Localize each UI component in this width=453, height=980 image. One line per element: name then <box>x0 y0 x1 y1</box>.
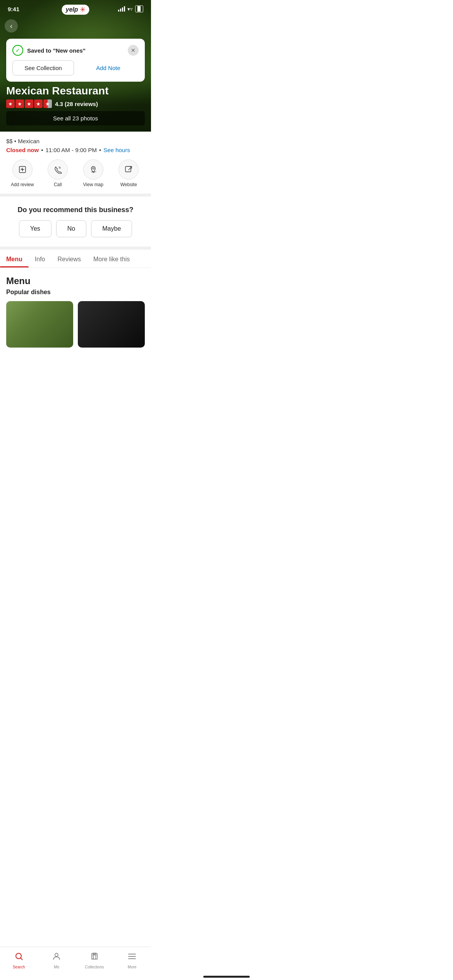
popular-dishes-title: Popular dishes <box>6 289 145 296</box>
dishes-row <box>6 301 145 348</box>
hours-separator: • <box>41 147 43 153</box>
signal-icon <box>118 6 125 12</box>
see-photos-button[interactable]: See all 23 photos <box>6 111 145 125</box>
star-4: ★ <box>34 99 43 108</box>
restaurant-name: Mexican Restaurant <box>6 85 145 97</box>
svg-rect-2 <box>125 166 131 172</box>
star-3: ★ <box>25 99 33 108</box>
toast-header: ✓ Saved to "New ones" ✕ <box>12 45 139 56</box>
tab-info[interactable]: Info <box>29 250 51 267</box>
add-review-button[interactable]: Add review <box>6 159 39 187</box>
dish-image-2 <box>78 301 145 348</box>
svg-point-1 <box>93 168 94 169</box>
status-icons: ▾▿ ▉ <box>118 5 143 12</box>
view-map-label: View map <box>83 182 103 187</box>
website-icon <box>118 159 139 180</box>
rating-row: ★ ★ ★ ★ ★ 4.3 (28 reviews) <box>6 99 145 108</box>
closed-now-label: Closed now <box>6 147 39 153</box>
yes-button[interactable]: Yes <box>19 220 51 237</box>
save-toast: ✓ Saved to "New ones" ✕ See Collection A… <box>6 39 145 82</box>
star-rating: ★ ★ ★ ★ ★ <box>6 99 52 108</box>
tab-reviews[interactable]: Reviews <box>51 250 87 267</box>
hours-row: Closed now • 11:00 AM - 9:00 PM • See ho… <box>6 147 145 153</box>
status-time: 9:41 <box>8 6 19 12</box>
call-label: Call <box>54 182 62 187</box>
add-note-button[interactable]: Add Note <box>78 60 139 75</box>
battery-icon: ▉ <box>135 5 143 12</box>
toast-actions: See Collection Add Note <box>12 60 139 75</box>
website-label: Website <box>120 182 137 187</box>
rating-value: 4.3 (28 reviews) <box>55 101 98 107</box>
maybe-button[interactable]: Maybe <box>91 220 132 237</box>
action-buttons: Add review Call <box>6 159 145 187</box>
hero-section: 9:41 ▾▿ ▉ yelp ✳ ‹ ✓ Saved to "New ones" <box>0 0 151 132</box>
see-hours-link[interactable]: See hours <box>103 147 130 153</box>
menu-title: Menu <box>6 276 145 286</box>
recommendation-section: Do you recommend this business? Yes No M… <box>0 197 151 250</box>
toast-title-row: ✓ Saved to "New ones" <box>12 45 86 56</box>
hero-overlay: Mexican Restaurant ★ ★ ★ ★ ★ 4.3 (28 rev… <box>0 79 151 132</box>
yelp-logo-text: yelp <box>65 6 78 13</box>
yelp-logo: yelp ✳ <box>62 5 89 15</box>
view-map-icon <box>83 159 103 180</box>
yelp-burst-icon: ✳ <box>80 5 86 14</box>
toast-close-button[interactable]: ✕ <box>128 45 139 56</box>
wifi-icon: ▾▿ <box>127 6 133 12</box>
hours-text: 11:00 AM - 9:00 PM <box>45 147 97 153</box>
menu-section: Menu Popular dishes <box>0 268 151 355</box>
toast-title: Saved to "New ones" <box>27 47 86 54</box>
dish-card-1[interactable] <box>6 301 73 348</box>
recommend-buttons: Yes No Maybe <box>6 220 145 237</box>
no-button[interactable]: No <box>56 220 86 237</box>
add-review-label: Add review <box>11 182 34 187</box>
recommend-question: Do you recommend this business? <box>6 206 145 214</box>
content-tabs: Menu Info Reviews More like this <box>0 250 151 268</box>
tab-more-like-this[interactable]: More like this <box>87 250 136 267</box>
business-info: $$ • Mexican Closed now • 11:00 AM - 9:0… <box>0 132 151 197</box>
view-map-button[interactable]: View map <box>77 159 110 187</box>
tab-menu[interactable]: Menu <box>0 250 29 267</box>
call-button[interactable]: Call <box>42 159 74 187</box>
main-content: $$ • Mexican Closed now • 11:00 AM - 9:0… <box>0 132 151 386</box>
star-1: ★ <box>6 99 15 108</box>
call-icon <box>48 159 68 180</box>
check-icon: ✓ <box>12 45 23 56</box>
see-collection-button[interactable]: See Collection <box>12 60 74 75</box>
dish-image-1 <box>6 301 73 348</box>
star-2: ★ <box>15 99 24 108</box>
star-5: ★ <box>43 99 52 108</box>
price-category: $$ • Mexican <box>6 138 145 144</box>
dish-card-2[interactable] <box>78 301 145 348</box>
back-button[interactable]: ‹ <box>5 19 18 33</box>
add-review-icon <box>12 159 33 180</box>
hours-dot: • <box>99 147 101 153</box>
website-button[interactable]: Website <box>113 159 145 187</box>
